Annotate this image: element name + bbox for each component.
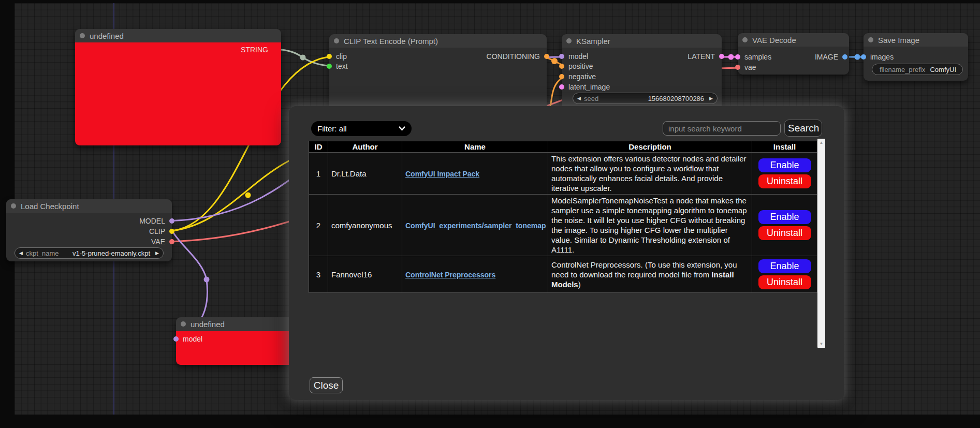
collapse-dot-icon[interactable] <box>566 38 572 43</box>
cell-id: 2 <box>309 195 328 256</box>
stepper-left-icon[interactable]: ◀ <box>577 93 581 104</box>
cell-install: EnableUninstall <box>752 153 817 195</box>
uninstall-button[interactable]: Uninstall <box>758 275 811 289</box>
input-slot-samples[interactable] <box>735 54 740 60</box>
extension-table-container: ID Author Name Description Install 1Dr.L… <box>309 141 825 348</box>
cell-author: Fannovel16 <box>328 256 402 293</box>
input-label: images <box>870 53 894 61</box>
node-title: Save Image <box>878 36 919 45</box>
input-slot-negative[interactable] <box>559 74 564 79</box>
output-slot-image[interactable] <box>842 54 847 60</box>
reroute-dot-model[interactable] <box>204 277 210 283</box>
node-clip-header[interactable]: CLIP Text Encode (Prompt) <box>329 34 547 48</box>
scroll-up-icon[interactable]: ▲ <box>820 139 824 146</box>
header-install: Install <box>752 141 817 153</box>
output-slot-clip[interactable] <box>169 229 174 234</box>
node-save-image[interactable]: Save Image images filename_prefix ComfyU… <box>864 33 968 81</box>
cell-id: 3 <box>309 256 328 293</box>
filter-select[interactable]: Filter: all <box>311 121 412 136</box>
node-ksampler-header[interactable]: KSampler <box>562 34 722 48</box>
collapse-dot-icon[interactable] <box>80 33 85 38</box>
collapse-dot-icon[interactable] <box>868 37 873 42</box>
input-label: clip <box>336 52 347 61</box>
output-label: STRING <box>241 46 268 54</box>
input-slot-images[interactable] <box>861 54 866 60</box>
collapse-dot-icon[interactable] <box>11 203 16 209</box>
input-slot-model[interactable] <box>559 54 564 59</box>
cell-description: This extension offers various detector n… <box>548 153 752 195</box>
node-undefined-top-header[interactable]: undefined <box>75 29 281 42</box>
node-ksampler[interactable]: KSampler model positive negative latent_… <box>562 34 722 116</box>
widget-value: 156680208700286 <box>648 95 704 102</box>
table-scrollbar[interactable]: ▲ ▼ <box>817 139 825 348</box>
output-label: VAE <box>151 238 165 246</box>
filename-prefix-widget[interactable]: filename_prefix ComfyUI <box>872 64 963 75</box>
node-title: CLIP Text Encode (Prompt) <box>344 37 438 46</box>
extension-link[interactable]: ControlNet Preprocessors <box>405 271 495 279</box>
reroute-dot-latent[interactable] <box>728 54 734 60</box>
node-title: undefined <box>90 32 124 40</box>
ckpt-name-widget[interactable]: ◀ ckpt_name v1-5-pruned-emaonly.ckpt ▶ <box>14 247 164 259</box>
enable-button[interactable]: Enable <box>758 259 811 273</box>
node-load-checkpoint[interactable]: Load Checkpoint MODEL CLIP VAE ◀ ckpt_na… <box>6 199 172 261</box>
input-slot-vae[interactable] <box>735 65 740 70</box>
output-slot-model[interactable] <box>169 218 174 224</box>
uninstall-button[interactable]: Uninstall <box>758 174 811 188</box>
cell-install: EnableUninstall <box>752 256 817 293</box>
seed-widget[interactable]: ◀ seed 156680208700286 ▶ <box>573 93 718 104</box>
input-slot-text[interactable] <box>327 64 332 69</box>
reroute-dot-clip[interactable] <box>245 193 251 198</box>
node-checkpoint-header[interactable]: Load Checkpoint <box>6 199 172 213</box>
cell-name: ComfyUI Impact Pack <box>402 153 548 195</box>
uninstall-button[interactable]: Uninstall <box>758 226 811 240</box>
input-slot-model[interactable] <box>173 336 179 342</box>
header-description: Description <box>548 141 752 153</box>
node-title: VAE Decode <box>752 36 796 45</box>
extension-link[interactable]: ComfyUI_experiments/sampler_tonemap <box>405 222 546 230</box>
close-button[interactable]: Close <box>310 377 343 393</box>
input-slot-clip[interactable] <box>327 54 332 59</box>
header-id: ID <box>309 141 328 153</box>
reroute-dot-image[interactable] <box>855 54 860 60</box>
output-slot-latent[interactable] <box>719 54 724 59</box>
output-slot-vae[interactable] <box>169 239 174 244</box>
stepper-right-icon[interactable]: ▶ <box>709 93 713 104</box>
node-vae-decode[interactable]: VAE Decode samples vae IMAGE <box>738 33 849 75</box>
table-header-row: ID Author Name Description Install <box>309 141 817 153</box>
collapse-dot-icon[interactable] <box>742 37 748 42</box>
collapse-dot-icon[interactable] <box>181 321 186 327</box>
stepper-right-icon[interactable]: ▶ <box>155 247 159 259</box>
output-slot-conditioning[interactable] <box>544 54 549 59</box>
search-button[interactable]: Search <box>784 120 822 137</box>
input-slot-positive[interactable] <box>559 64 564 69</box>
enable-button[interactable]: Enable <box>758 210 811 224</box>
node-clip-text-encode[interactable]: CLIP Text Encode (Prompt) clip text COND… <box>329 34 547 117</box>
output-label: LATENT <box>688 52 715 61</box>
enable-button[interactable]: Enable <box>758 158 811 172</box>
comfyui-canvas[interactable]: undefined STRING CLIP Text Encode (Promp… <box>0 0 980 428</box>
node-undefined-bottom[interactable]: undefined model <box>176 317 295 365</box>
cell-author: Dr.Lt.Data <box>328 153 402 195</box>
extension-manager-dialog: Filter: all Search ID Author Name Descri… <box>289 106 844 400</box>
reroute-dot-string[interactable] <box>300 55 306 61</box>
stepper-left-icon[interactable]: ◀ <box>19 247 23 259</box>
scroll-down-icon[interactable]: ▼ <box>820 340 824 348</box>
node-save-header[interactable]: Save Image <box>864 33 968 47</box>
node-undefined-bottom-header[interactable]: undefined <box>176 317 295 331</box>
extension-link[interactable]: ComfyUI Impact Pack <box>405 170 479 178</box>
header-name: Name <box>402 141 548 153</box>
node-vae-header[interactable]: VAE Decode <box>738 33 849 47</box>
cell-description: ModelSamplerTonemapNoiseTest a node that… <box>548 195 752 256</box>
widget-label: seed <box>584 95 598 102</box>
reroute-dot-conditioning[interactable] <box>551 58 558 64</box>
header-author: Author <box>328 141 402 153</box>
table-row: 2comfyanonymousComfyUI_experiments/sampl… <box>309 195 817 256</box>
search-input[interactable] <box>663 121 781 136</box>
node-undefined-top[interactable]: undefined STRING <box>75 29 281 145</box>
input-slot-latent-image[interactable] <box>559 84 564 90</box>
widget-value: v1-5-pruned-emaonly.ckpt <box>72 249 150 257</box>
input-label: samples <box>744 53 771 61</box>
collapse-dot-icon[interactable] <box>334 38 339 43</box>
cell-author: comfyanonymous <box>328 195 402 256</box>
table-body: 1Dr.Lt.DataComfyUI Impact PackThis exten… <box>309 153 817 293</box>
